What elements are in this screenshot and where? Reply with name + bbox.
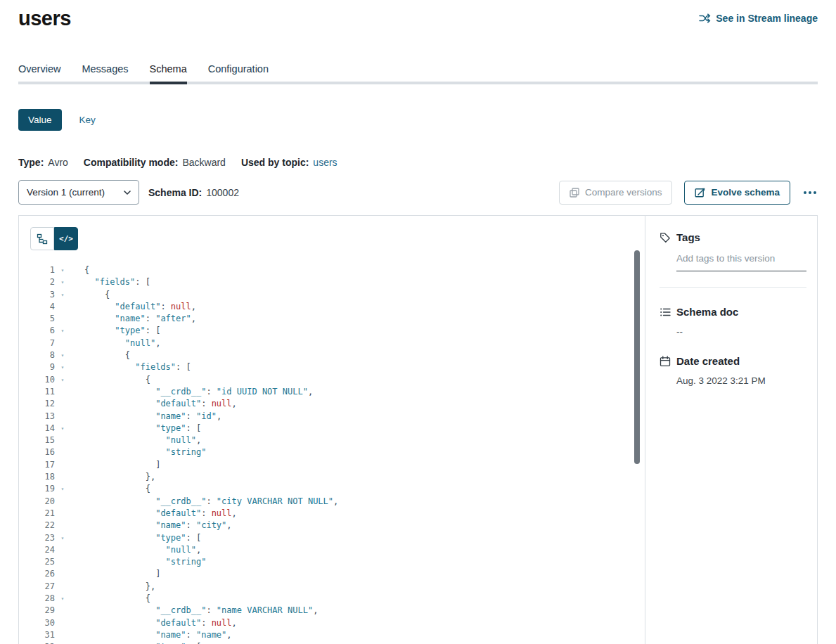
code-line: 8▾ { [30, 349, 645, 361]
fold-arrow-icon[interactable]: ▾ [58, 593, 67, 605]
code-text: "type": [ [84, 532, 201, 544]
code-line: 13 "name": "id", [30, 411, 645, 423]
fold-arrow-icon[interactable]: ▾ [58, 276, 67, 288]
meta-type: Type: Avro [18, 157, 68, 168]
line-number: 14 [30, 423, 55, 434]
compare-versions-label: Compare versions [585, 187, 662, 198]
code-line: 24 "null", [30, 544, 645, 556]
code-line: 7 "null", [30, 337, 645, 349]
code-text: "type": [ [84, 325, 160, 337]
value-toggle-button[interactable]: Value [18, 109, 62, 131]
code-view-button[interactable]: </> [54, 227, 78, 250]
date-created-section: Date created Aug. 3 2022 3:21 PM [660, 355, 806, 386]
compare-versions-button[interactable]: Compare versions [559, 181, 673, 205]
code-line: 16 "string" [30, 446, 645, 458]
fold-spacer [58, 386, 67, 398]
version-select[interactable]: Version 1 (current) [18, 180, 139, 205]
code-text: "default": null, [84, 508, 237, 520]
code-text: "name": "after", [84, 313, 196, 325]
code-line: 14▾ "type": [ [30, 423, 645, 434]
fold-arrow-icon[interactable]: ▾ [58, 361, 67, 373]
code-text: "default": null, [84, 398, 237, 410]
code-line: 25 "string" [30, 556, 645, 568]
chevron-down-icon [124, 191, 131, 195]
code-line: 6▾ "type": [ [30, 325, 645, 337]
vertical-scrollbar[interactable] [634, 250, 640, 464]
fold-arrow-icon[interactable]: ▾ [58, 289, 67, 301]
fold-arrow-icon[interactable]: ▾ [58, 349, 67, 361]
code-line: 18 }, [30, 471, 645, 483]
code-line: 30 "default": null, [30, 617, 645, 629]
code-line: 3▾ { [30, 289, 645, 301]
fold-spacer [58, 446, 67, 458]
compare-icon [570, 188, 579, 198]
fold-arrow-icon[interactable]: ▾ [58, 325, 67, 337]
line-number: 12 [30, 398, 55, 410]
code-text: }, [84, 581, 155, 593]
more-options-button[interactable] [802, 187, 818, 198]
evolve-schema-button[interactable]: Evolve schema [684, 181, 790, 205]
topic-link[interactable]: users [313, 157, 337, 168]
line-number: 16 [30, 446, 55, 458]
code-text: "type": [ [84, 423, 201, 434]
code-line: 2▾ "fields": [ [30, 276, 645, 288]
line-number: 9 [30, 361, 55, 373]
calendar-icon [660, 356, 671, 367]
page-header: users See in Stream lineage [0, 0, 836, 30]
line-number: 17 [30, 459, 55, 471]
line-number: 30 [30, 617, 55, 629]
code-line: 17 ] [30, 459, 645, 471]
schema-sidebar: Tags Schema doc -- [645, 216, 817, 644]
tag-icon [660, 232, 671, 243]
schema-id-label: Schema ID: [148, 187, 202, 198]
line-number: 20 [30, 496, 55, 508]
list-icon [660, 307, 671, 318]
fold-arrow-icon[interactable]: ▾ [58, 423, 67, 434]
code-text: "null", [84, 544, 201, 556]
tab-schema[interactable]: Schema [150, 63, 187, 82]
code-line: 26 ] [30, 568, 645, 580]
fold-arrow-icon[interactable]: ▾ [58, 264, 67, 276]
fold-spacer [58, 568, 67, 580]
fold-arrow-icon[interactable]: ▾ [58, 374, 67, 386]
code-line: 31 "name": "name", [30, 629, 645, 641]
fold-spacer [58, 313, 67, 325]
schema-doc-title: Schema doc [676, 306, 738, 318]
line-number: 8 [30, 349, 55, 361]
code-line: 11 "__crdb__": "id UUID NOT NULL", [30, 386, 645, 398]
schema-meta-row: Type: Avro Compatibility mode: Backward … [18, 157, 818, 168]
code-text: "fields": [ [84, 276, 150, 288]
fold-arrow-icon[interactable]: ▾ [58, 641, 67, 644]
fold-spacer [58, 337, 67, 349]
code-line: 19▾ { [30, 483, 645, 495]
fold-spacer [58, 301, 67, 313]
fold-spacer [58, 556, 67, 568]
line-number: 25 [30, 556, 55, 568]
code-text: ] [84, 459, 160, 471]
fold-arrow-icon[interactable]: ▾ [58, 532, 67, 544]
tab-configuration[interactable]: Configuration [208, 63, 269, 82]
code-text: { [84, 593, 150, 605]
code-line: 29 "__crdb__": "name VARCHAR NULL", [30, 605, 645, 617]
add-tags-input[interactable] [676, 253, 806, 271]
value-key-toggle: Value Key [18, 109, 818, 131]
tab-overview[interactable]: Overview [18, 63, 60, 82]
code-view-icon: </> [59, 234, 73, 243]
stream-lineage-link[interactable]: See in Stream lineage [699, 13, 818, 24]
fold-spacer [58, 471, 67, 483]
line-number: 23 [30, 532, 55, 544]
key-toggle-link[interactable]: Key [79, 115, 96, 125]
line-number: 3 [30, 289, 55, 301]
tree-view-button[interactable] [30, 227, 54, 250]
fold-arrow-icon[interactable]: ▾ [58, 483, 67, 495]
schema-doc-section: Schema doc -- [660, 306, 806, 337]
code-text: { [84, 483, 150, 495]
page-title: users [18, 7, 71, 30]
evolve-icon [695, 187, 705, 198]
line-number: 6 [30, 325, 55, 337]
fold-spacer [58, 544, 67, 556]
tab-messages[interactable]: Messages [82, 63, 128, 82]
code-text: ] [84, 568, 160, 580]
code-text: { [84, 264, 89, 276]
compatibility-value: Backward [182, 157, 225, 168]
